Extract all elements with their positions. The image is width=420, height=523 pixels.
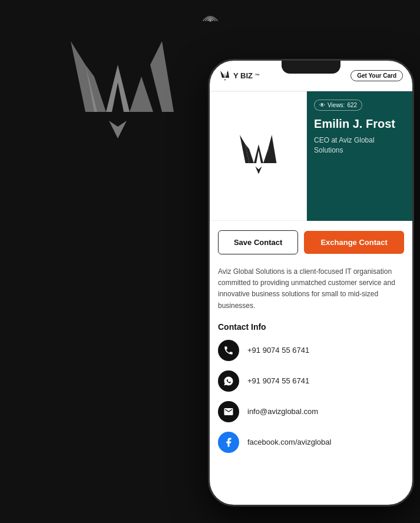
email-icon-circle (218, 401, 239, 422)
company-description: Aviz Global Solutions is a client-focuse… (210, 264, 412, 320)
brand-name: Y BIZ (233, 71, 253, 80)
brand-tm: ™ (255, 73, 260, 78)
nfc-icon (201, 14, 220, 31)
phone-value: +91 9074 55 6741 (247, 346, 309, 355)
contact-item-phone[interactable]: +91 9074 55 6741 (218, 340, 404, 361)
buttons-row: Save Contact Exchange Contact (210, 221, 412, 264)
profile-teal-panel: 👁 Views: 622 Emilin J. Frost CEO at Aviz… (307, 91, 412, 221)
profile-logo (235, 133, 282, 180)
phone-mockup: Y BIZ™ Get Your Card (208, 59, 414, 507)
profile-image-area (210, 91, 307, 221)
svg-marker-2 (106, 65, 130, 112)
contact-item-facebook[interactable]: facebook.com/avizglobal (218, 432, 404, 453)
svg-marker-9 (224, 73, 226, 78)
whatsapp-icon-circle (218, 370, 239, 392)
brand-logo-icon (219, 70, 231, 82)
phone-icon-circle (218, 340, 239, 361)
profile-section: 👁 Views: 622 Emilin J. Frost CEO at Aviz… (210, 91, 412, 221)
svg-marker-3 (130, 77, 153, 112)
profile-job-title: CEO at Aviz Global Solutions (314, 135, 405, 155)
svg-point-6 (209, 19, 211, 22)
contact-item-whatsapp[interactable]: +91 9074 55 6741 (218, 370, 404, 392)
views-count: 622 (347, 102, 357, 108)
background-logo (59, 35, 212, 165)
whatsapp-icon (223, 376, 234, 386)
email-icon (223, 406, 234, 417)
save-contact-button[interactable]: Save Contact (218, 230, 298, 254)
facebook-value: facebook.com/avizglobal (247, 438, 331, 446)
email-value: info@avizglobal.com (247, 407, 318, 416)
brand-logo: Y BIZ™ (219, 70, 260, 82)
phone-content: 👁 Views: 622 Emilin J. Frost CEO at Aviz… (210, 91, 412, 505)
svg-marker-12 (224, 79, 226, 81)
facebook-icon-circle (218, 432, 239, 453)
eye-icon: 👁 (319, 102, 325, 108)
contact-section: Contact Info +91 9074 55 6741 +91 9074 5… (210, 320, 412, 472)
svg-marker-5 (109, 121, 127, 138)
exchange-contact-button[interactable]: Exchange Contact (304, 231, 404, 254)
get-card-button[interactable]: Get Your Card (350, 70, 403, 81)
profile-name: Emilin J. Frost (314, 117, 405, 131)
views-label: Views: (328, 102, 345, 108)
views-badge: 👁 Views: 622 (314, 100, 362, 111)
svg-marker-15 (254, 144, 263, 163)
contact-item-email[interactable]: info@avizglobal.com (218, 401, 404, 422)
svg-marker-18 (255, 167, 262, 174)
phone-icon (223, 345, 234, 356)
whatsapp-value: +91 9074 55 6741 (247, 376, 309, 385)
phone-notch (282, 61, 340, 74)
svg-marker-4 (150, 41, 174, 112)
contact-heading: Contact Info (218, 322, 404, 332)
facebook-icon (223, 437, 234, 448)
